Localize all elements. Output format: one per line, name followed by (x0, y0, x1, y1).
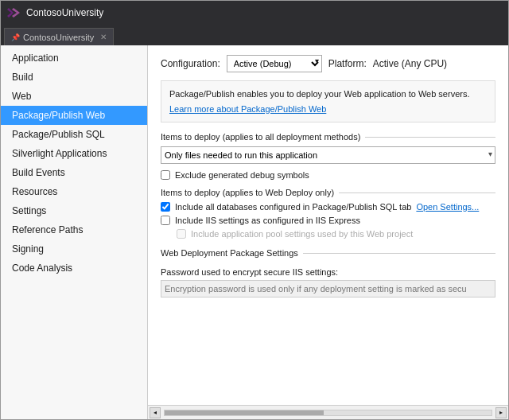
config-dropdown[interactable]: Active (Debug) (227, 55, 322, 72)
section1-line (365, 137, 495, 138)
config-select-wrapper[interactable]: Active (Debug) (227, 55, 322, 72)
scroll-thumb[interactable] (165, 410, 324, 415)
info-link[interactable]: Learn more about Package/Publish Web (169, 103, 487, 116)
include-databases-checkbox[interactable] (161, 202, 170, 212)
sidebar-item-package-publish-sql[interactable]: Package/Publish SQL (1, 125, 147, 144)
include-pool-label: Include application pool settings used b… (191, 229, 413, 239)
platform-value: Active (Any CPU) (373, 58, 447, 69)
section3-label: Web Deployment Package Settings (161, 248, 298, 258)
config-row: Configuration: Active (Debug) Platform: … (161, 55, 495, 72)
info-box: Package/Publish enables you to deploy yo… (161, 80, 495, 122)
include-iis-row[interactable]: Include IIS settings as configured in II… (161, 216, 495, 225)
password-input[interactable] (161, 280, 495, 298)
tab-close-button[interactable]: ✕ (100, 33, 107, 41)
deploy-dropdown-wrapper[interactable]: Only files needed to run this applicatio… (161, 146, 495, 164)
project-tab[interactable]: 📌 ContosoUniversity ✕ (4, 28, 114, 45)
password-label: Password used to encrypt secure IIS sett… (161, 267, 495, 277)
include-databases-label: Include all databases configured in Pack… (175, 202, 411, 212)
section3-line (303, 253, 495, 254)
include-pool-checkbox (177, 229, 186, 239)
exclude-debug-label: Exclude generated debug symbols (175, 170, 309, 180)
password-section: Password used to encrypt secure IIS sett… (161, 267, 495, 298)
tab-label: ContosoUniversity (23, 33, 94, 42)
title-bar: ContosoUniversity (1, 1, 508, 25)
sidebar-item-package-publish-web[interactable]: Package/Publish Web (1, 106, 147, 125)
sidebar-item-build[interactable]: Build (1, 68, 147, 87)
sidebar-item-application[interactable]: Application (1, 49, 147, 68)
section2-line (339, 192, 495, 193)
scroll-right-arrow[interactable]: ▸ (495, 407, 507, 418)
open-settings-link[interactable]: Open Settings... (416, 202, 479, 212)
include-databases-row[interactable]: Include all databases configured in Pack… (161, 202, 495, 212)
exclude-debug-row[interactable]: Exclude generated debug symbols (161, 170, 495, 180)
content-panel: Configuration: Active (Debug) Platform: … (148, 45, 508, 405)
sidebar-item-resources[interactable]: Resources (1, 182, 147, 201)
include-iis-checkbox[interactable] (161, 216, 170, 225)
platform-label: Platform: (328, 58, 367, 69)
sidebar: Application Build Web Package/Publish We… (1, 45, 148, 419)
tab-pin-icon: 📌 (11, 33, 20, 41)
scroll-left-arrow[interactable]: ◂ (150, 407, 161, 418)
section1-label: Items to deploy (applies to all deployme… (161, 132, 360, 142)
info-text: Package/Publish enables you to deploy yo… (169, 89, 469, 99)
sidebar-item-build-events[interactable]: Build Events (1, 163, 147, 182)
deploy-dropdown[interactable]: Only files needed to run this applicatio… (161, 146, 495, 164)
scroll-track[interactable] (164, 410, 492, 416)
app-window: ContosoUniversity 📌 ContosoUniversity ✕ … (0, 0, 509, 420)
config-label: Configuration: (161, 58, 220, 69)
title-bar-text: ContosoUniversity (26, 7, 502, 18)
exclude-debug-checkbox[interactable] (161, 170, 170, 180)
include-pool-row: Include application pool settings used b… (161, 229, 495, 239)
sidebar-item-code-analysis[interactable]: Code Analysis (1, 259, 147, 278)
vs-icon (7, 6, 20, 19)
sidebar-item-signing[interactable]: Signing (1, 239, 147, 259)
tab-bar: 📌 ContosoUniversity ✕ (1, 25, 508, 45)
include-iis-label: Include IIS settings as configured in II… (175, 216, 360, 225)
section2-label: Items to deploy (applies to Web Deploy o… (161, 188, 334, 197)
horizontal-scrollbar[interactable]: ◂ ▸ (148, 405, 508, 419)
sidebar-item-silverlight[interactable]: Silverlight Applications (1, 144, 147, 163)
section3-heading: Web Deployment Package Settings (161, 248, 495, 258)
sidebar-item-reference-paths[interactable]: Reference Paths (1, 220, 147, 239)
main-area: Application Build Web Package/Publish We… (1, 45, 508, 419)
sidebar-item-settings[interactable]: Settings (1, 201, 147, 220)
section2-heading: Items to deploy (applies to Web Deploy o… (161, 188, 495, 197)
section1-heading: Items to deploy (applies to all deployme… (161, 132, 495, 142)
sidebar-item-web[interactable]: Web (1, 87, 147, 106)
